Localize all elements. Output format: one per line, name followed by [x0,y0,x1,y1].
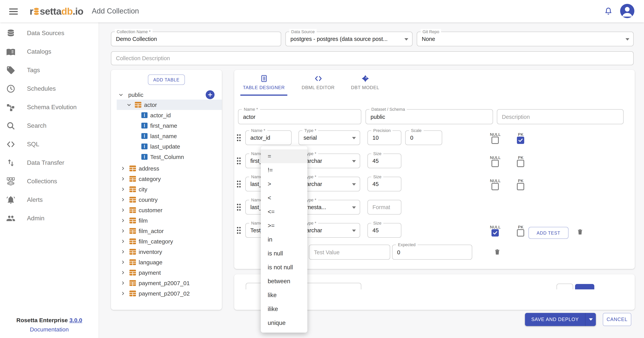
pk-checkbox[interactable] [517,160,524,167]
chevron-right-icon[interactable] [120,239,126,244]
documentation-link[interactable]: Documentation [0,326,98,332]
menu-item-like[interactable]: like [261,288,307,302]
precision-field[interactable]: Precision 10 [368,130,401,145]
chevron-right-icon[interactable] [120,249,126,254]
table-description-field[interactable]: Description [497,109,624,124]
chevron-down-icon[interactable] [126,102,132,107]
chevron-right-icon[interactable] [120,280,126,286]
drag-handle-icon[interactable] [236,203,242,212]
pk-checkbox[interactable] [517,137,524,144]
null-checkbox[interactable] [492,183,499,190]
format-field[interactable]: Format [368,200,401,215]
tree-table-film[interactable]: film [111,215,222,226]
tab-dbt-model[interactable]: DBT MODEL [347,74,383,90]
delete-test-icon[interactable] [494,248,501,256]
chevron-right-icon[interactable] [120,228,126,234]
menu-item-ilike[interactable]: ilike [261,302,307,316]
tree-column-test-column[interactable]: Test_Column [111,152,222,162]
tree-schema-public[interactable]: public [111,90,222,100]
sidebar-item-schema-evolution[interactable]: Schema Evolution [0,98,98,116]
drag-handle-icon[interactable] [236,226,242,235]
hamburger-menu-icon[interactable] [9,9,18,15]
sidebar-item-data-transfer[interactable]: Data Transfer [0,153,98,172]
tree-table-actor[interactable]: actor [117,100,222,110]
pk-checkbox[interactable] [517,183,524,190]
data-source-select[interactable]: Data Source postgres - postgres (data so… [286,32,412,46]
tree-column-last-update[interactable]: last_update [111,141,222,152]
drag-handle-icon[interactable] [236,180,242,188]
sidebar-item-sql[interactable]: SQL [0,135,98,153]
clipped-small-field[interactable] [556,284,573,289]
chevron-right-icon[interactable] [120,176,126,182]
menu-item-neq[interactable]: != [261,163,307,177]
menu-item-in[interactable]: in [261,233,307,247]
save-and-deploy-button[interactable]: SAVE AND DEPLOY [525,317,585,322]
null-checkbox[interactable] [492,137,499,144]
chevron-right-icon[interactable] [120,166,126,171]
null-checkbox[interactable] [492,229,499,237]
size-field[interactable]: Size 45 [368,177,401,191]
sidebar-item-alerts[interactable]: Alerts [0,191,98,209]
size-field[interactable]: Size 45 [368,153,401,168]
menu-item-unique[interactable]: unique [261,316,307,330]
tree-table-category[interactable]: category [111,174,222,184]
column-type-select[interactable]: Type * varchar [298,153,360,168]
drag-handle-icon[interactable] [236,157,242,165]
tree-table-city[interactable]: city [111,184,222,195]
menu-item-eq[interactable]: = [261,149,307,163]
menu-item-between[interactable]: between [261,274,307,288]
sidebar-item-catalogs[interactable]: Catalogs [0,43,98,61]
drag-handle-icon[interactable] [236,133,242,142]
chevron-right-icon[interactable] [120,197,126,202]
sidebar-item-schedules[interactable]: Schedules [0,79,98,98]
tree-table-payment[interactable]: payment [111,267,222,278]
delete-column-icon[interactable] [576,228,584,236]
sidebar-item-admin[interactable]: Admin [0,209,98,228]
dataset-schema-field[interactable]: Dataset / Schema public [366,109,493,124]
tree-table-address[interactable]: address [111,163,222,174]
tab-dbml-editor[interactable]: DBML EDITOR [299,74,338,90]
chevron-right-icon[interactable] [120,187,126,192]
scale-field[interactable]: Scale 0 [405,130,442,145]
add-table-button[interactable]: ADD TABLE [148,74,185,85]
chevron-right-icon[interactable] [120,207,126,213]
test-value-field[interactable]: Test Value [309,245,390,260]
user-avatar[interactable] [620,4,634,18]
tree-table-payment-p2007-01[interactable]: payment_p2007_01 [111,278,222,288]
chevron-right-icon[interactable] [120,270,126,275]
cancel-button[interactable]: CANCEL [603,313,631,326]
menu-item-lt[interactable]: < [261,191,307,205]
column-name-field[interactable]: Name * actor_id [245,130,292,145]
column-type-select[interactable]: Type * timesta... [298,200,360,215]
sidebar-item-tags[interactable]: Tags [0,61,98,79]
table-name-field[interactable]: Name * actor [238,109,361,124]
tree-table-country[interactable]: country [111,195,222,205]
chevron-right-icon[interactable] [120,218,126,223]
sidebar-item-data-sources[interactable]: Data Sources [0,24,98,43]
notifications-bell-icon[interactable] [604,7,613,16]
add-table-plus-icon[interactable] [206,90,214,99]
column-type-select[interactable]: Type * varchar [298,223,360,238]
save-options-caret-icon[interactable] [586,318,596,321]
tree-table-customer[interactable]: customer [111,205,222,215]
collection-name-field[interactable]: Collection Name * Demo Collection [111,32,281,46]
tree-column-last-name[interactable]: last_name [111,131,222,141]
tree-table-film-actor[interactable]: film_actor [111,226,222,236]
clipped-primary-button[interactable] [575,284,594,289]
git-repo-select[interactable]: Git Repo None [417,32,634,46]
column-type-select[interactable]: Type * varchar [298,177,360,191]
tree-table-payment-p2007-02[interactable]: payment_p2007_02 [111,288,222,299]
tree-column-actor-id[interactable]: actor_id [111,110,222,120]
menu-item-lte[interactable]: <= [261,205,307,219]
tree-column-first-name[interactable]: first_name [111,120,222,131]
sidebar-item-collections[interactable]: Collections [0,172,98,191]
version-link[interactable]: 3.0.0 [69,317,82,323]
add-test-button[interactable]: ADD TEST [528,227,568,239]
tree-table-language[interactable]: language [111,257,222,267]
menu-item-gte[interactable]: >= [261,219,307,233]
chevron-right-icon[interactable] [120,259,126,265]
menu-item-gt[interactable]: > [261,177,307,191]
menu-item-is-not-null[interactable]: is not null [261,260,307,274]
collection-description-field[interactable]: Collection Description [111,51,634,65]
size-field[interactable]: Size 45 [368,223,401,238]
